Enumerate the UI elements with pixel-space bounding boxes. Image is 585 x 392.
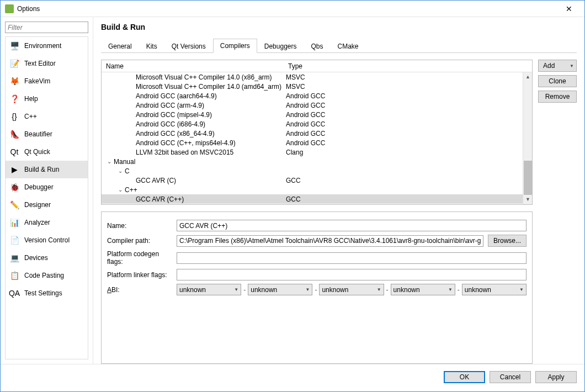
browse-button[interactable]: Browse... [488, 235, 526, 247]
tree-item-name: Manual [114, 158, 135, 166]
chevron-down-icon: ▼ [377, 287, 381, 292]
tree-row[interactable]: ⌄Manual [102, 157, 532, 166]
expand-icon[interactable]: ⌄ [117, 187, 124, 193]
expand-icon[interactable]: ⌄ [117, 168, 124, 174]
apply-button[interactable]: Apply [535, 371, 577, 383]
sidebar-item-label: Devices [24, 254, 48, 262]
sidebar-item-test-settings[interactable]: QATest Settings [6, 284, 88, 302]
close-icon[interactable]: ✕ [558, 5, 580, 13]
compiler-details: Name: Compiler path: Browse... Platform … [101, 211, 533, 364]
category-icon: QA [9, 288, 20, 299]
sidebar-item-label: Environment [24, 42, 61, 50]
codegen-label: Platform codegen flags: [107, 250, 172, 266]
tree-row[interactable]: Android GCC (C++, mips64el-4.9)Android G… [102, 138, 532, 147]
column-type[interactable]: Type [286, 62, 530, 70]
sidebar-item-fakevim[interactable]: 🦊FakeVim [6, 72, 88, 90]
tree-row[interactable]: Android GCC (mipsel-4.9)Android GCC [102, 110, 532, 119]
tree-item-name: Microsoft Visual C++ Compiler 14.0 (amd6… [136, 83, 281, 91]
sidebar-item-qt-quick[interactable]: QtQt Quick [6, 143, 88, 161]
sidebar-item-designer[interactable]: ✏️Designer [6, 196, 88, 214]
abi-separator: - [386, 286, 389, 294]
sidebar-item-environment[interactable]: 🖥️Environment [6, 37, 88, 55]
content-area: Build & Run GeneralKitsQt VersionsCompil… [93, 17, 584, 364]
sidebar-item-help[interactable]: ❓Help [6, 90, 88, 108]
clone-button[interactable]: Clone [538, 75, 577, 87]
sidebar-item-analyzer[interactable]: 📊Analyzer [6, 214, 88, 231]
category-icon: {} [9, 111, 20, 122]
name-input[interactable] [177, 220, 526, 231]
sidebar-item-text-editor[interactable]: 📝Text Editor [6, 55, 88, 72]
compiler-path-input[interactable] [177, 235, 483, 247]
sidebar-item-label: Designer [24, 201, 51, 209]
tree-row[interactable]: Android GCC (x86_64-4.9)Android GCC [102, 129, 532, 138]
name-label: Name: [107, 222, 172, 230]
tree-item-name: Android GCC (mipsel-4.9) [136, 111, 212, 119]
page-title: Build & Run [101, 23, 577, 31]
column-name[interactable]: Name [104, 62, 286, 70]
expand-icon[interactable]: ⌄ [106, 158, 113, 165]
tree-row[interactable]: Microsoft Visual C++ Compiler 14.0 (x86_… [102, 72, 532, 82]
add-button[interactable]: Add▼ [538, 60, 577, 72]
tree-row[interactable]: LLVM 32bit based on MSVC2015Clang [102, 147, 532, 157]
tree-item-name: LLVM 32bit based on MSVC2015 [136, 149, 233, 156]
scroll-down-icon[interactable]: ▼ [523, 195, 532, 204]
tree-row[interactable]: GCC AVR (C)GCC [102, 176, 532, 185]
codegen-input[interactable] [177, 252, 526, 264]
abi-value: unknown [251, 286, 277, 294]
tab-qt-versions[interactable]: Qt Versions [164, 39, 213, 53]
scroll-thumb[interactable] [524, 161, 532, 199]
tree-row[interactable]: Android GCC (aarch64-4.9)Android GCC [102, 91, 532, 100]
sidebar-item-c-[interactable]: {}C++ [6, 108, 88, 125]
tree-item-type: MSVC [284, 83, 532, 91]
sidebar-item-label: Test Settings [24, 289, 62, 297]
scroll-up-icon[interactable]: ▲ [523, 72, 532, 82]
tab-cmake[interactable]: CMake [331, 39, 366, 53]
sidebar-item-build-run[interactable]: ▶Build & Run [6, 161, 88, 178]
linker-input[interactable] [177, 269, 526, 280]
scrollbar[interactable]: ▲ ▼ [523, 72, 532, 204]
tab-qbs[interactable]: Qbs [304, 39, 330, 53]
sidebar-item-label: Code Pasting [24, 272, 64, 279]
abi-select-4[interactable]: unknown▼ [462, 284, 526, 295]
tree-row[interactable]: ⌄C [102, 166, 532, 176]
tree-row[interactable]: Android GCC (arm-4.9)Android GCC [102, 100, 532, 110]
tree-body[interactable]: Microsoft Visual C++ Compiler 14.0 (x86_… [102, 72, 532, 204]
abi-value: unknown [393, 286, 420, 294]
category-icon: 📊 [9, 217, 20, 228]
category-icon: ▶ [9, 164, 20, 175]
compiler-path-label: Compiler path: [107, 237, 172, 245]
window-title: Options [17, 5, 558, 13]
tab-compilers[interactable]: Compilers [213, 39, 257, 53]
abi-select-1[interactable]: unknown▼ [248, 284, 312, 295]
tree-row[interactable]: GCC AVR (C++)GCC [102, 194, 532, 204]
sidebar-item-devices[interactable]: 💻Devices [6, 249, 88, 267]
side-buttons: Add▼ Clone Remove [538, 60, 577, 364]
cancel-button[interactable]: Cancel [490, 371, 531, 383]
title-bar: Options ✕ [1, 1, 584, 17]
sidebar-item-label: Analyzer [24, 219, 50, 226]
sidebar-item-version-control[interactable]: 📄Version Control [6, 231, 88, 249]
tree-item-name: C++ [125, 186, 137, 194]
tab-kits[interactable]: Kits [139, 39, 164, 53]
tree-row[interactable]: Microsoft Visual C++ Compiler 14.0 (amd6… [102, 82, 532, 91]
filter-input[interactable] [5, 22, 88, 33]
tree-item-name: GCC AVR (C++) [136, 195, 184, 203]
category-icon: 📄 [9, 235, 20, 246]
ok-button[interactable]: OK [444, 371, 485, 383]
tree-row[interactable]: Android GCC (i686-4.9)Android GCC [102, 119, 532, 129]
abi-select-3[interactable]: unknown▼ [391, 284, 455, 295]
tab-debuggers[interactable]: Debuggers [257, 39, 304, 53]
remove-button[interactable]: Remove [538, 91, 577, 103]
sidebar-item-debugger[interactable]: 🐞Debugger [6, 178, 88, 196]
abi-select-2[interactable]: unknown▼ [319, 284, 384, 295]
abi-separator: - [315, 286, 317, 294]
sidebar-item-beautifier[interactable]: 👠Beautifier [6, 125, 88, 143]
tree-row[interactable]: ⌄C++ [102, 185, 532, 194]
category-icon: 👠 [9, 129, 20, 140]
abi-select-0[interactable]: unknown▼ [177, 284, 241, 295]
tree-item-name: C [125, 167, 130, 175]
sidebar-item-code-pasting[interactable]: 📋Code Pasting [6, 267, 88, 284]
tab-general[interactable]: General [101, 39, 139, 53]
chevron-down-icon: ▼ [570, 63, 574, 68]
sidebar-item-label: Debugger [24, 183, 54, 191]
